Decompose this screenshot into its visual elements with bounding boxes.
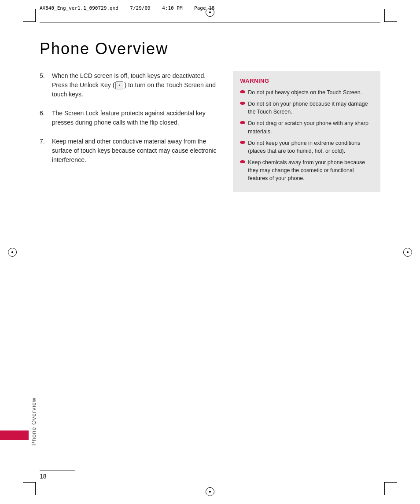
file-page: Page 18 (194, 5, 214, 11)
registration-circle-right (403, 248, 412, 257)
warning-item-5: Keep chemicals away from your phone beca… (240, 158, 373, 182)
file-header: AX840_Eng_ver1.1_090729.qxd 7/29/09 4:10… (40, 5, 380, 11)
file-info: AX840_Eng_ver1.1_090729.qxd 7/29/09 4:10… (40, 5, 214, 11)
warning-bullet-5 (240, 160, 245, 163)
crop-mark-br-h (384, 482, 397, 483)
warning-bullet-3 (240, 121, 245, 124)
registration-circle-left (8, 248, 17, 257)
list-number-7: 7. (40, 137, 52, 165)
list-number-5: 5. (40, 71, 52, 99)
top-divider-line (40, 22, 380, 22)
right-column: WARNING Do not put heavy objects on the … (233, 71, 380, 192)
page-number: 18 (40, 473, 47, 480)
list-item-7: 7. Keep metal and other conductive mater… (40, 137, 220, 165)
warning-item-1: Do not put heavy objects on the Touch Sc… (240, 88, 373, 96)
content-columns: 5. When the LCD screen is off, touch key… (40, 71, 380, 192)
list-text-7: Keep metal and other conductive material… (52, 137, 220, 165)
warning-text-4: Do not keep your phone in extreme condit… (248, 139, 373, 155)
warning-text-5: Keep chemicals away from your phone beca… (248, 158, 373, 182)
filename: AX840_Eng_ver1.1_090729.qxd (40, 5, 118, 11)
crop-mark-tl-v (35, 9, 36, 22)
crop-mark-tr-h (384, 21, 397, 22)
crop-mark-br-v (384, 482, 385, 495)
warning-bullet-4 (240, 141, 245, 144)
crop-mark-bl-h (23, 482, 36, 483)
warning-title: WARNING (240, 77, 373, 84)
crop-mark-bl-v (35, 482, 36, 495)
warning-bullet-2 (240, 102, 245, 105)
warning-bullet-1 (240, 90, 245, 93)
sidebar-chapter-label: Phone Overview (30, 397, 37, 445)
warning-text-3: Do not drag or scratch your phone with a… (248, 119, 373, 135)
unlock-key-icon (115, 81, 123, 89)
list-text-5: When the LCD screen is off, touch keys a… (52, 71, 220, 99)
warning-item-4: Do not keep your phone in extreme condit… (240, 139, 373, 155)
chapter-tab (0, 430, 29, 440)
page-title: Phone Overview (40, 40, 380, 58)
registration-circle-bottom (206, 487, 214, 496)
list-text-6: The Screen Lock feature protects against… (52, 109, 220, 127)
list-item-5: 5. When the LCD screen is off, touch key… (40, 71, 220, 99)
list-item-6: 6. The Screen Lock feature protects agai… (40, 109, 220, 127)
warning-item-2: Do not sit on your phone because it may … (240, 100, 373, 116)
crop-mark-tl-h (23, 21, 36, 22)
left-column: 5. When the LCD screen is off, touch key… (40, 71, 220, 192)
list-number-6: 6. (40, 109, 52, 127)
bottom-divider-line (40, 471, 75, 471)
warning-item-3: Do not drag or scratch your phone with a… (240, 119, 373, 135)
crop-mark-tr-v (384, 9, 385, 22)
file-date: 7/29/09 (130, 5, 150, 11)
page-content: Phone Overview 5. When the LCD screen is… (40, 31, 380, 469)
warning-text-1: Do not put heavy objects on the Touch Sc… (248, 88, 373, 96)
file-time: 4:10 PM (162, 5, 182, 11)
warning-box: WARNING Do not put heavy objects on the … (233, 71, 380, 192)
warning-text-2: Do not sit on your phone because it may … (248, 100, 373, 116)
